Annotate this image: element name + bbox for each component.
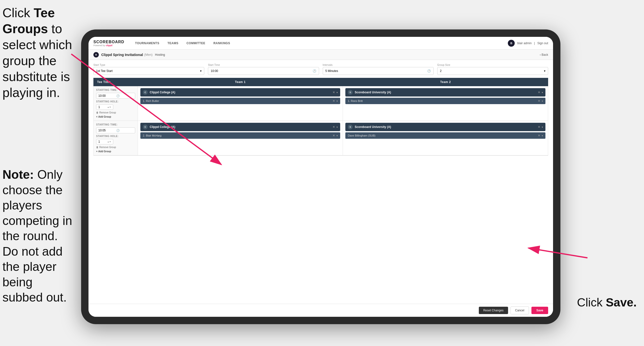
team-remove-icon[interactable]: ✕: [538, 125, 540, 129]
chevron-down-icon: ▾: [542, 100, 543, 102]
avatar: B: [508, 40, 515, 47]
group-2-team1: C Clippd College (A) ✕ ▾ 2. Blair McHarg…: [138, 121, 343, 155]
intervals-group: Intervals 5 Minutes 🕐: [323, 64, 434, 75]
team-name: Scoreboard University (A): [355, 91, 536, 94]
player-remove-icon[interactable]: ✕: [332, 99, 335, 103]
main-content: Start Type 1st Tee Start ▾ Start Time 10…: [88, 60, 553, 304]
footer-bar: Reset Changes Cancel Save: [88, 304, 553, 317]
chevron-down-icon: ▾: [542, 91, 543, 94]
start-type-group: Start Type 1st Tee Start ▾: [94, 64, 204, 75]
team-icon: C: [143, 90, 148, 95]
start-type-input[interactable]: 1st Tee Start ▾: [94, 67, 204, 75]
brand-logo: SCOREBOARD Powered by clippd: [94, 40, 124, 47]
table-header: Tee Time Team 1 Team 2: [94, 78, 548, 86]
group-size-label: Group Size: [437, 64, 548, 66]
save-button[interactable]: Save: [532, 307, 548, 314]
starting-hole-label-1: STARTING HOLE:: [96, 100, 135, 103]
breadcrumb-icon: B: [94, 52, 99, 57]
list-item[interactable]: 2. Blair McHarg ✕ ▾: [140, 132, 340, 139]
remove-group-button-1[interactable]: 🗑 Remove Group: [96, 111, 135, 114]
intervals-input[interactable]: 5 Minutes 🕐: [323, 67, 434, 75]
tablet-screen: SCOREBOARD Powered by clippd TOURNAMENTS…: [88, 37, 553, 317]
start-time-label: Start Time: [208, 64, 319, 66]
list-item[interactable]: 1. Rich Butler ✕ ▾: [140, 98, 340, 104]
list-item[interactable]: Dave Billingham (SUB) ✕ ▾: [345, 132, 546, 139]
hole-input-2[interactable]: 1 ▲▼: [96, 139, 113, 144]
player-name: Dave Billingham (SUB): [348, 134, 538, 137]
group-2-team2: S Scoreboard University (A) ✕ ▾ Dave Bil…: [343, 121, 548, 155]
team-remove-icon[interactable]: ✕: [538, 91, 540, 94]
add-group-button-2[interactable]: + Add Group: [96, 150, 135, 153]
tee-time-header: Tee Time: [94, 78, 138, 86]
tournament-gender: (Men): [144, 53, 153, 56]
start-type-label: Start Type: [94, 64, 204, 66]
team-icon: C: [143, 124, 148, 129]
team-entry[interactable]: S Scoreboard University (A) ✕ ▾: [345, 88, 546, 96]
sub-header: B Clippd Spring Invitational (Men) Hosti…: [88, 50, 553, 60]
team-entry[interactable]: C Clippd College (A) ✕ ▾: [140, 123, 340, 131]
team-remove-icon[interactable]: ✕: [332, 125, 335, 129]
team-icon: S: [348, 90, 353, 95]
group-1-team1: C Clippd College (A) ✕ ▾ 1. Rich Butler …: [138, 86, 343, 121]
team-name: Clippd College (A): [150, 125, 330, 129]
username: blair admin: [517, 41, 532, 45]
chevron-down-icon: ▾: [336, 126, 338, 128]
group-1-team2: S Scoreboard University (A) ✕ ▾ 1. Rees …: [343, 86, 548, 121]
list-item[interactable]: 1. Rees Britt ✕ ▾: [345, 98, 546, 104]
nav-tournaments[interactable]: TOURNAMENTS: [132, 40, 163, 46]
start-time-group: Start Time 10:00 🕐: [208, 64, 319, 75]
team-entry[interactable]: C Clippd College (A) ✕ ▾: [140, 88, 340, 96]
starting-time-label-1: STARTING TIME:: [96, 89, 135, 91]
chevron-down-icon: ▾: [542, 134, 543, 137]
nav-teams[interactable]: TEAMS: [164, 40, 182, 46]
nav-user: B blair admin | Sign out: [508, 40, 548, 47]
back-button[interactable]: ‹ Back: [540, 53, 548, 56]
save-annotation: Click Save.: [577, 296, 637, 309]
reset-changes-button[interactable]: Reset Changes: [479, 307, 508, 314]
group-size-input[interactable]: 2 ▾: [437, 67, 548, 75]
player-remove-icon[interactable]: ✕: [538, 99, 540, 103]
note-annotation: Note: Only choose the players competing …: [2, 167, 74, 305]
player-name: 1. Rees Britt: [348, 99, 538, 102]
add-group-button-1[interactable]: + Add Group: [96, 115, 135, 118]
chevron-down-icon: ▾: [336, 100, 338, 102]
cancel-button[interactable]: Cancel: [510, 307, 529, 314]
starting-time-label-2: STARTING TIME:: [96, 123, 135, 126]
player-name: 1. Rich Butler: [143, 99, 332, 102]
nav-rankings[interactable]: RANKINGS: [210, 40, 234, 46]
player-name: 2. Blair McHarg: [143, 134, 332, 137]
chevron-down-icon: ▾: [336, 134, 338, 137]
team-name: Clippd College (A): [150, 91, 330, 94]
navbar: SCOREBOARD Powered by clippd TOURNAMENTS…: [88, 37, 553, 50]
group-1-side: STARTING TIME: 10:00 🕐 STARTING HOLE: 1 …: [94, 86, 138, 121]
intervals-label: Intervals: [323, 64, 434, 66]
team-entry[interactable]: S Scoreboard University (A) ✕ ▾: [345, 123, 546, 131]
starting-hole-label-2: STARTING HOLE:: [96, 135, 135, 137]
start-time-input[interactable]: 10:00 🕐: [208, 67, 319, 75]
group-2-side: STARTING TIME: 10:05 🕐 STARTING HOLE: 1 …: [94, 121, 138, 155]
time-input-2[interactable]: 10:05 🕐: [96, 127, 135, 133]
nav-committee[interactable]: COMMITTEE: [183, 40, 209, 46]
brand-tagline: Powered by clippd: [94, 44, 124, 47]
sign-out-link[interactable]: Sign out: [537, 41, 548, 45]
group-size-group: Group Size 2 ▾: [437, 64, 548, 75]
player-remove-icon[interactable]: ✕: [332, 134, 335, 137]
hole-input-1[interactable]: 1 ▲▼: [96, 104, 113, 110]
table-row: STARTING TIME: 10:05 🕐 STARTING HOLE: 1 …: [94, 121, 548, 155]
team-remove-icon[interactable]: ✕: [332, 91, 335, 94]
table-row: STARTING TIME: 10:00 🕐 STARTING HOLE: 1 …: [94, 86, 548, 121]
separator: |: [534, 41, 535, 45]
team2-header: Team 2: [343, 78, 548, 86]
remove-group-button-2[interactable]: 🗑 Remove Group: [96, 146, 135, 149]
brand-clippd: clippd: [106, 44, 112, 47]
chevron-down-icon: ▾: [336, 91, 338, 94]
player-remove-icon[interactable]: ✕: [538, 134, 540, 137]
team1-header: Team 1: [138, 78, 343, 86]
nav-links: TOURNAMENTS TEAMS COMMITTEE RANKINGS: [132, 40, 508, 46]
chevron-down-icon: ▾: [542, 126, 543, 128]
tablet-frame: SCOREBOARD Powered by clippd TOURNAMENTS…: [81, 29, 560, 324]
time-input-1[interactable]: 10:00 🕐: [96, 93, 135, 99]
controls-row: Start Type 1st Tee Start ▾ Start Time 10…: [94, 64, 548, 75]
tournament-title: Clippd Spring Invitational: [101, 53, 143, 57]
hosting-badge: Hosting: [155, 53, 165, 56]
